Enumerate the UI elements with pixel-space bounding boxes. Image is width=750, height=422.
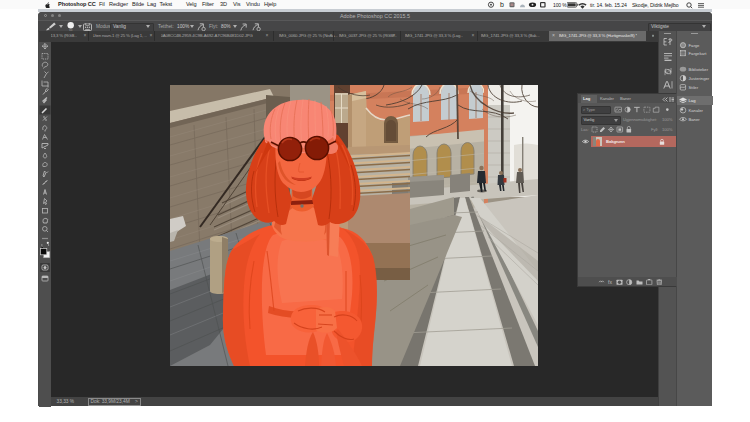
svg-text:fx: fx	[608, 279, 612, 285]
svg-text:Farge: Farge	[689, 43, 701, 48]
svg-text:Lag: Lag	[689, 98, 697, 103]
svg-text:Biblioteker: Biblioteker	[689, 67, 709, 72]
svg-text:Kanaler: Kanaler	[689, 108, 704, 113]
svg-text:Fargekart: Fargekart	[689, 51, 708, 56]
svg-text:b: b	[500, 1, 504, 8]
svg-text:Baner: Baner	[689, 117, 701, 122]
svg-text:Stiler: Stiler	[689, 85, 699, 90]
svg-text:Justeringer: Justeringer	[689, 76, 710, 81]
